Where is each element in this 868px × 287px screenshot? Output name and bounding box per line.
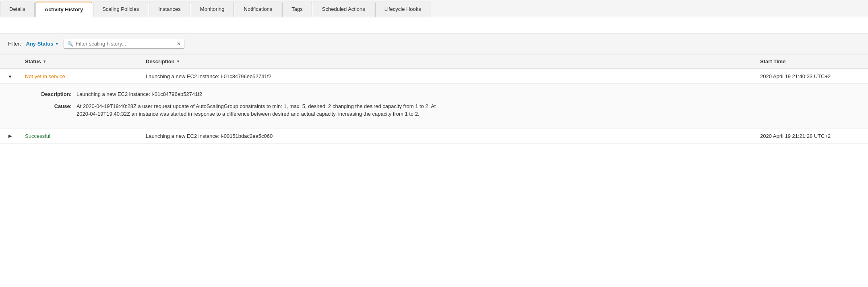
start-time-cell: 2020 April 19 21:40:33 UTC+2 xyxy=(755,69,868,83)
tab-lifecycle-hooks[interactable]: Lifecycle Hooks xyxy=(375,2,430,17)
detail-cause-line: Cause: At 2020-04-19T19:40:28Z a user re… xyxy=(32,102,860,118)
search-input[interactable] xyxy=(76,41,174,47)
th-description: Description ▼ xyxy=(141,54,755,69)
status-badge: Not yet in service xyxy=(25,73,65,79)
start-time-text: 2020 April 19 21:40:33 UTC+2 xyxy=(760,73,831,79)
detail-row: Description: Launching a new EC2 instanc… xyxy=(0,84,868,129)
th-start-time: Start Time xyxy=(755,54,868,69)
start-time-cell: 2020 April 19 21:21:28 UTC+2 xyxy=(755,129,868,143)
description-text: Launching a new EC2 instance: i-01c84796… xyxy=(146,73,271,79)
expand-arrow-open[interactable]: ▼ xyxy=(8,74,12,79)
start-time-text: 2020 April 19 21:21:28 UTC+2 xyxy=(760,133,831,139)
status-filter-value: Any Status xyxy=(26,41,54,47)
status-filter-dropdown[interactable]: Any Status ▼ xyxy=(26,41,59,47)
tab-monitoring[interactable]: Monitoring xyxy=(191,2,234,17)
main-content: Filter: Any Status ▼ 🔍 ✕ Status ▼ Descri… xyxy=(0,17,868,144)
sort-icon[interactable]: ▼ xyxy=(43,59,47,64)
search-icon: 🔍 xyxy=(67,41,73,47)
expand-cell: ▼ xyxy=(0,70,20,83)
tab-activity-history[interactable]: Activity History xyxy=(35,2,92,17)
description-text: Launching a new EC2 instance: i-00151bda… xyxy=(146,133,273,139)
clear-icon[interactable]: ✕ xyxy=(177,41,181,47)
description-cell: Launching a new EC2 instance: i-00151bda… xyxy=(141,129,755,143)
status-cell: Successful xyxy=(20,129,141,143)
th-status-label: Status xyxy=(25,58,41,64)
tab-notifications[interactable]: Notifications xyxy=(235,2,282,17)
detail-cause-value: At 2020-04-19T19:40:28Z a user request u… xyxy=(76,102,439,118)
expand-arrow-closed[interactable]: ▶ xyxy=(8,133,12,139)
status-cell: Not yet in service xyxy=(20,69,141,83)
tab-instances[interactable]: Instances xyxy=(149,2,190,17)
sort-icon-desc[interactable]: ▼ xyxy=(176,59,180,64)
description-cell: Launching a new EC2 instance: i-01c84796… xyxy=(141,69,755,83)
th-description-label: Description xyxy=(146,58,175,64)
detail-description-line: Description: Launching a new EC2 instanc… xyxy=(32,90,860,98)
detail-description-key: Description: xyxy=(32,90,76,98)
activity-table: Status ▼ Description ▼ Start Time ▼ Not … xyxy=(0,54,868,144)
th-status: Status ▼ xyxy=(20,54,141,69)
chevron-down-icon: ▼ xyxy=(55,42,59,46)
tab-bar: DetailsActivity HistoryScaling PoliciesI… xyxy=(0,0,868,17)
table-row: ▶ Successful Launching a new EC2 instanc… xyxy=(0,129,868,144)
table-row: ▼ Not yet in service Launching a new EC2… xyxy=(0,69,868,84)
th-expand xyxy=(0,54,20,69)
filter-bar: Filter: Any Status ▼ 🔍 ✕ xyxy=(0,33,868,54)
table-header: Status ▼ Description ▼ Start Time xyxy=(0,54,868,69)
tab-scheduled-actions[interactable]: Scheduled Actions xyxy=(313,2,374,17)
detail-cause-key: Cause: xyxy=(32,102,76,118)
filter-label: Filter: xyxy=(8,41,21,47)
th-start-time-label: Start Time xyxy=(760,58,785,64)
search-box: 🔍 ✕ xyxy=(64,39,184,49)
tab-details[interactable]: Details xyxy=(0,2,35,17)
expand-cell: ▶ xyxy=(0,129,20,143)
tab-scaling-policies[interactable]: Scaling Policies xyxy=(93,2,148,17)
detail-description-value: Launching a new EC2 instance: i-01c84796… xyxy=(76,90,202,98)
status-badge: Successful xyxy=(25,133,50,139)
tab-tags[interactable]: Tags xyxy=(282,2,312,17)
